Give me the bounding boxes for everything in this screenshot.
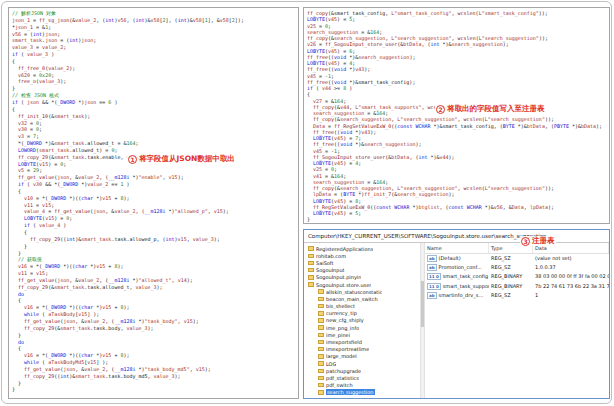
value-type: REG_SZ	[489, 254, 533, 263]
code-line: v11 = v15;	[12, 270, 295, 277]
registry-tree-item[interactable]: LOG	[304, 360, 420, 367]
tree-item-label: currency_tip	[326, 310, 357, 316]
registry-tree-item[interactable]: SogouInput.store.user	[304, 281, 420, 288]
registry-tree-item[interactable]: allskin_statusconstatic	[304, 288, 420, 295]
code-line: {	[12, 345, 295, 352]
registry-tree-item[interactable]: SaiSoft	[304, 259, 420, 266]
annotation-1-text: 将字段值从JSON数据中取出	[139, 154, 235, 164]
tree-item-label: pdf_switch	[326, 382, 353, 388]
folder-icon	[318, 361, 324, 366]
code-line: v620 = 0x20;	[12, 72, 295, 79]
circled-number-3-icon: 3	[521, 237, 530, 246]
code-line: v11 = v15;	[12, 202, 295, 209]
tree-scrollbar[interactable]	[420, 243, 425, 398]
registry-tree-item[interactable]: pdf_switch	[304, 382, 420, 389]
tree-item-label: large_model	[326, 353, 357, 359]
registry-tree-item[interactable]: rohitab.com	[304, 252, 420, 259]
tree-item-label: ime_png_info	[326, 325, 359, 331]
folder-icon	[318, 347, 324, 352]
tree-item-label: RegisteredApplications	[316, 246, 373, 252]
registry-value-row[interactable]: abPromotion_conf...REG_SZ1.0.0.37	[425, 263, 609, 272]
reg-sz-icon: ab	[427, 292, 437, 299]
folder-icon	[308, 254, 314, 259]
registry-tree-item[interactable]: RegisteredApplications	[304, 245, 420, 252]
code-line: }	[12, 332, 295, 339]
code-line: if ( value_3 )	[12, 51, 295, 58]
column-header-name[interactable]: Name	[425, 243, 489, 253]
code-line: value_4 = ff_get_value(json, &value_2, (…	[12, 208, 295, 215]
registry-tree-item[interactable]: currency_tip	[304, 310, 420, 317]
scrollbar-thumb[interactable]	[421, 281, 424, 327]
registry-tree-item[interactable]: ime_pinei	[304, 331, 420, 338]
registry-address-bar[interactable]: Computer\HKEY_CURRENT_USER\SOFTWARE\Sogo…	[304, 230, 609, 243]
tree-item-label: bis_shellect	[326, 303, 355, 309]
folder-icon	[318, 390, 324, 395]
folder-icon	[318, 376, 324, 381]
tree-item-label: imexportreatlime	[326, 346, 369, 352]
annotation-2: 2 将取出的字段值写入至注册表	[435, 104, 546, 114]
code-line: }	[12, 243, 295, 250]
code-line: free_o(value_3);	[12, 78, 295, 85]
folder-icon	[308, 261, 314, 266]
registry-tree-item[interactable]: imexportreatlime	[304, 346, 420, 353]
value-type: REG_SZ	[489, 291, 533, 300]
registry-tree-item[interactable]: new_cfg_shiply	[304, 317, 420, 324]
code-line: v16 = *(_DWORD *)((char *)v15 + 8);	[12, 304, 295, 311]
registry-value-row[interactable]: absmartinfo_drv_s...REG_SZ1	[425, 291, 609, 300]
code-line: // 检查 JSON 格式	[12, 92, 295, 99]
code-line: while ( aTaskBody[v15] );	[12, 311, 295, 318]
folder-icon	[318, 333, 324, 338]
reg-binary-icon: 11 0	[427, 283, 441, 290]
registry-tree-item[interactable]: search_suggestion	[304, 389, 420, 396]
tree-item-label: SogouInput.pinyin	[316, 274, 361, 280]
code-line: {	[12, 229, 295, 236]
registry-tree-item[interactable]: bis_shellect	[304, 303, 420, 310]
tree-item-label: LOG	[326, 361, 336, 367]
code-line: // 解析JSON 对象	[12, 10, 295, 17]
folder-icon	[308, 275, 314, 280]
tree-item-label: imexportsfield	[326, 339, 362, 345]
code-line: json_1 = ff_sg_json(&value_2, (int)v56, …	[12, 17, 295, 24]
tree-item-label: SogouInput	[316, 267, 345, 273]
code-line: }	[12, 250, 295, 257]
tree-item-label: SaiSoft	[316, 260, 334, 266]
value-name: 11 0smart_task_support	[425, 282, 489, 291]
registry-tree-item[interactable]: ime_png_info	[304, 324, 420, 331]
value-type: REG_SZ	[489, 263, 533, 272]
value-type: REG_BINARY	[489, 282, 533, 291]
tree-item-label: ime_pinei	[326, 332, 350, 338]
registry-tree-item[interactable]: pdf_statistics	[304, 374, 420, 381]
folder-icon	[308, 246, 314, 251]
registry-tree-item[interactable]: SogouInput.pinyin	[304, 274, 420, 281]
value-data: 1.0.0.37	[533, 263, 609, 272]
registry-value-row[interactable]: 11 0smart_task_supportREG_BINARY7b 22 74…	[425, 282, 609, 291]
code-line: *(_DWORD *)&smart_task.allowed_t = &164;	[12, 140, 295, 147]
registry-tree-item[interactable]: SogouInput	[304, 267, 420, 274]
folder-icon	[318, 383, 324, 388]
reg-binary-icon: 11 0	[427, 273, 441, 280]
folder-icon	[318, 354, 324, 359]
code-line: ff_copy_29(&smart_task.task.body, value_…	[12, 325, 295, 332]
tree-item-label: allskin_statusconstatic	[326, 289, 382, 295]
reg-sz-icon: ab	[427, 255, 437, 262]
registry-value-list: NameTypeData ab(Default)REG_SZ(value not…	[425, 243, 609, 398]
code-line: v16 = *(_DWORD *)((char *)v15 + 8);	[12, 352, 295, 359]
folder-icon	[318, 304, 324, 309]
annotation-2-text: 将取出的字段值写入至注册表	[447, 104, 545, 114]
code-line: do	[12, 339, 295, 346]
annotation-1: 1 将字段值从JSON数据中取出	[127, 154, 236, 164]
registry-tree-item[interactable]: imexportsfield	[304, 338, 420, 345]
code-line: // 获取值	[12, 256, 295, 263]
registry-key-tree: RegisteredApplicationsrohitab.comSaiSoft…	[304, 243, 420, 398]
registry-tree-item[interactable]: patchupgrade	[304, 367, 420, 374]
registry-value-row[interactable]: 11 0smart_task_configREG_BINARY38 03 00 …	[425, 272, 609, 281]
folder-icon	[318, 340, 324, 345]
registry-tree-item[interactable]: large_model	[304, 353, 420, 360]
code-line: ff_copy_29(&smart_task.task.allowed_t, v…	[12, 284, 295, 291]
code-line: ff_get_value(json, &value_2, (__m128i *)…	[12, 366, 295, 373]
registry-value-row[interactable]: ab(Default)REG_SZ(value not set)	[425, 254, 609, 263]
registry-tree-item[interactable]: beacon_main_switch	[304, 295, 420, 302]
tree-item-label: beacon_main_switch	[326, 296, 378, 302]
registry-body: RegisteredApplicationsrohitab.comSaiSoft…	[304, 243, 609, 398]
folder-icon	[318, 297, 324, 302]
